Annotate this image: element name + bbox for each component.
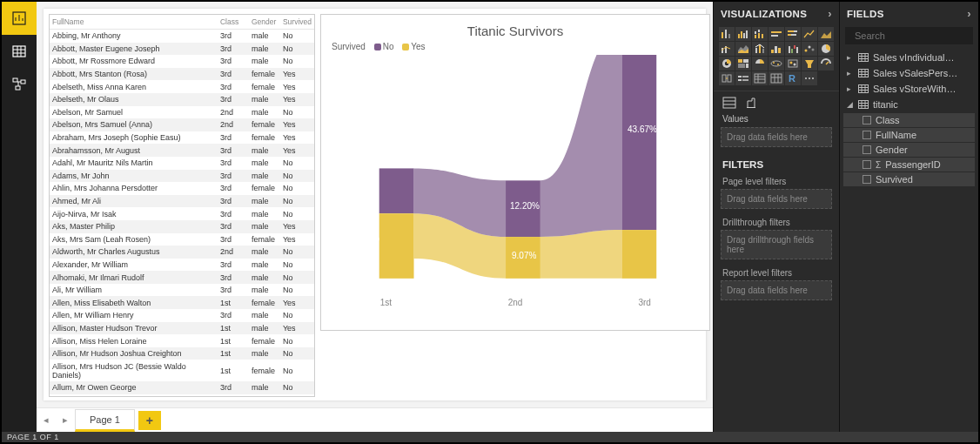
table-row[interactable]: Aijo-Nirva, Mr Isak3rdmaleNo [50,207,314,220]
table-row[interactable]: Allison, Mrs Hudson JC (Bessie Waldo Dan… [50,360,314,381]
field-checkbox[interactable] [863,175,871,184]
table-row[interactable]: Abbott, Master Eugene Joseph3rdmaleNo [50,43,314,56]
table-node[interactable]: ◢titanic [840,97,978,112]
visual-type-icon[interactable] [802,27,817,41]
filter-drop-zone[interactable]: Drag data fields here [721,280,832,300]
visual-type-icon[interactable] [735,57,751,71]
table-visual[interactable]: FullNameClassGenderSurvived Abbing, Mr A… [49,14,315,397]
values-drop-zone[interactable]: Drag data fields here [721,127,832,147]
visual-type-icon[interactable] [785,57,801,71]
table-node[interactable]: ▸Sales vSalesPerson [840,65,978,81]
visual-type-icon[interactable] [818,27,834,41]
filter-drop-zone[interactable]: Drag drillthrough fields here [721,230,832,259]
field-item[interactable]: Class [843,113,975,127]
svg-rect-36 [788,34,791,36]
visual-type-icon[interactable] [802,57,817,71]
visual-type-icon[interactable] [735,71,751,85]
field-checkbox[interactable] [863,116,871,124]
column-header[interactable]: Class [218,15,249,30]
table-row[interactable]: Allison, Miss Helen Loraine1stfemaleNo [50,334,314,347]
table-row[interactable]: Abelseth, Mr Olaus3rdmaleYes [50,93,314,106]
svg-rect-40 [755,48,757,53]
collapse-panel-button[interactable]: › [828,7,832,20]
table-row[interactable]: Abbott, Mr Rossmore Edward3rdmaleNo [50,55,314,68]
visual-type-icon[interactable] [785,42,801,56]
table-row[interactable]: Abbott, Mrs Stanton (Rosa)3rdfemaleYes [50,68,314,81]
visual-type-icon[interactable] [785,27,801,41]
table-node[interactable]: ▸Sales vStoreWithAd... [840,81,978,97]
visual-type-icon[interactable] [769,57,784,71]
visual-type-icon[interactable] [735,27,751,41]
page-next-button[interactable]: ▸ [56,414,75,426]
table-row[interactable]: Ahlin, Mrs Johanna Persdotter3rdfemaleNo [50,182,314,195]
visual-type-icon[interactable] [769,42,784,56]
table-row[interactable]: Allen, Miss Elisabeth Walton1stfemaleYes [50,296,314,309]
svg-rect-45 [778,48,781,53]
table-row[interactable]: Allison, Mr Hudson Joshua Creighton1stma… [50,347,314,360]
svg-rect-11 [16,86,20,90]
visual-type-icon[interactable] [735,42,751,56]
report-page[interactable]: FullNameClassGenderSurvived Abbing, Mr A… [44,9,706,400]
visual-type-icon[interactable] [752,57,768,71]
search-input[interactable] [855,30,975,41]
visual-type-icon[interactable] [719,57,735,71]
visual-type-icon[interactable] [769,71,784,85]
table-row[interactable]: Allum, Mr Owen George3rdmaleNo [50,381,314,394]
column-header[interactable]: FullName [50,15,218,30]
table-row[interactable]: Abelseth, Miss Anna Karen3rdfemaleYes [50,80,314,93]
data-view-icon[interactable] [2,35,37,68]
visual-type-icon[interactable]: R [785,71,801,85]
visual-type-icon[interactable] [818,57,834,71]
table-row[interactable]: Aks, Master Philip3rdmaleYes [50,220,314,233]
field-item[interactable]: Gender [843,143,975,157]
ribbon-chart-visual[interactable]: Titanic Survivors Survived No Yes [320,14,710,331]
collapse-panel-button[interactable]: › [967,7,971,20]
visual-type-icon[interactable] [752,27,768,41]
visual-type-icon[interactable] [719,27,735,41]
table-row[interactable]: Alhomaki, Mr Ilmari Rudolf3rdmaleNo [50,271,314,284]
visual-type-icon[interactable] [769,27,784,41]
table-row[interactable]: Aldworth, Mr Charles Augustus2ndmaleNo [50,246,314,259]
table-row[interactable]: Abrahamsson, Mr August3rdmaleYes [50,144,314,157]
filter-drop-zone[interactable]: Drag data fields here [721,189,832,209]
field-checkbox[interactable] [863,160,871,169]
table-row[interactable]: Allen, Mr William Henry3rdmaleNo [50,309,314,322]
field-checkbox[interactable] [863,131,871,139]
table-row[interactable]: Abelson, Mrs Samuel (Anna)2ndfemaleYes [50,118,314,131]
visual-type-icon[interactable] [719,71,735,85]
fields-search[interactable] [845,27,973,44]
format-well-icon[interactable] [745,97,757,109]
filter-scope-label: Report level filters [714,265,839,279]
model-view-icon[interactable] [2,68,37,101]
table-row[interactable]: Adams, Mr John3rdmaleNo [50,170,314,183]
table-row[interactable]: Ali, Mr William3rdmaleNo [50,284,314,297]
field-checkbox[interactable] [863,145,871,154]
svg-rect-72 [738,79,742,81]
column-header[interactable]: Survived [280,15,314,30]
table-row[interactable]: Abraham, Mrs Joseph (Sophie Easu)3rdfema… [50,131,314,145]
table-row[interactable]: Aks, Mrs Sam (Leah Rosen)3rdfemaleYes [50,233,314,246]
visual-type-icon[interactable] [752,42,768,56]
report-view-icon[interactable] [2,2,37,35]
visual-type-icon[interactable] [752,71,768,85]
table-row[interactable]: Abelson, Mr Samuel2ndmaleNo [50,106,314,119]
field-item[interactable]: Survived [843,172,975,186]
add-page-button[interactable]: + [138,411,161,430]
table-row[interactable]: Ahmed, Mr Ali3rdmaleNo [50,195,314,208]
field-item[interactable]: ΣPassengerID [843,158,975,172]
column-header[interactable]: Gender [249,15,280,30]
table-row[interactable]: Abbing, Mr Anthony3rdmaleNo [50,30,314,43]
filter-scope-label: Page level filters [714,173,839,187]
visual-type-icon[interactable] [818,42,834,56]
table-row[interactable]: Alexander, Mr William3rdmaleNo [50,259,314,272]
fields-well-icon[interactable] [722,97,736,109]
visual-type-icon[interactable] [802,42,817,56]
visual-type-icon[interactable] [719,42,735,56]
table-node[interactable]: ▸Sales vIndividualCu... [840,50,978,65]
field-item[interactable]: FullName [843,128,975,142]
visual-type-icon[interactable] [802,71,817,85]
table-row[interactable]: Allison, Master Hudson Trevor1stmaleYes [50,322,314,335]
page-prev-button[interactable]: ◂ [37,414,56,426]
table-row[interactable]: Adahl, Mr Mauritz Nils Martin3rdmaleNo [50,157,314,170]
page-tab[interactable]: Page 1 [75,409,135,432]
